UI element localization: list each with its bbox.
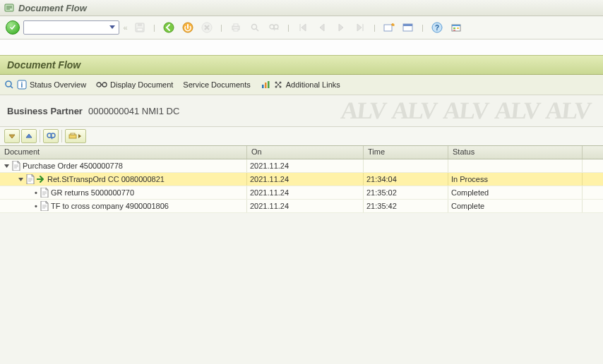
system-menu-icon[interactable] [4,3,14,13]
cell-time: 21:35:02 [364,186,448,199]
app-toolbar: i Status Overview Display Document Servi… [0,75,603,95]
svg-rect-16 [403,24,412,26]
document-icon [40,201,49,211]
prev-page-button[interactable] [314,20,330,35]
business-partner-value: 0000000041 NMI1 DC [88,106,179,116]
business-partner-label: Business Partner [7,106,83,116]
enter-button[interactable] [4,20,21,35]
window-title: Document Flow [18,3,87,13]
help-button[interactable]: ? [429,20,446,35]
cell-status: In Process [448,173,583,186]
table-row[interactable]: •TF to cross company 49000018062021.11.2… [0,200,603,213]
first-page-button[interactable] [294,20,311,35]
toolbar-separator: « [121,23,129,32]
business-partner-band: Business Partner 0000000041 NMI1 DC ALVA… [0,95,603,127]
cancel-button[interactable] [198,20,215,35]
collapse-all-button[interactable] [21,129,37,143]
svg-rect-13 [384,25,392,31]
table-row[interactable]: •GR returns 50000007702021.11.2421:35:02… [0,186,603,200]
svg-rect-31 [268,81,270,88]
svg-rect-20 [452,25,460,26]
tree-expander-icon[interactable] [3,162,10,169]
svg-text:?: ? [435,24,439,32]
document-icon [26,174,35,184]
tree-expander-icon[interactable] [17,176,24,183]
back-button[interactable] [160,20,177,35]
document-icon [12,161,20,171]
toolbar-separator [40,130,40,142]
svg-point-24 [6,81,11,87]
svg-rect-23 [453,30,455,31]
document-text: Ret.StTranspOrd CC 0080000821 [47,175,165,183]
cell-on: 2021.11.24 [247,173,364,186]
toolbar-separator [61,130,62,142]
expand-all-button[interactable] [4,129,20,143]
document-text: TF to cross company 4900001806 [51,202,169,210]
col-header-document[interactable]: Document [0,146,247,159]
bar-chart-icon[interactable] [261,80,270,90]
dropdown-icon[interactable] [107,23,117,32]
table-row[interactable]: Ret.StTranspOrd CC 00800008212021.11.242… [0,173,603,186]
svg-rect-22 [457,28,459,29]
additional-links-group: Additional Links [261,80,340,90]
svg-text:i: i [21,81,23,89]
cell-time [364,159,448,172]
links-icon[interactable] [273,80,283,90]
arrow-right-icon [37,176,45,183]
svg-point-10 [252,25,257,30]
cell-document: Ret.StTranspOrd CC 0080000821 [0,173,247,186]
section-title: Document Flow [7,59,80,71]
toolbar-separator: | [217,23,225,32]
next-page-button[interactable] [333,20,350,35]
customize-layout-button[interactable] [448,20,465,35]
toolbar-separator: | [371,23,378,32]
additional-links-button[interactable]: Additional Links [286,80,340,89]
glasses-icon [96,81,107,88]
grid-header-row: Document On Time Status [0,146,603,159]
generate-shortcut-button[interactable] [400,20,417,35]
col-header-time[interactable]: Time [364,146,448,159]
table-row[interactable]: Purchase Order 45000007782021.11.24 [0,159,603,173]
svg-rect-29 [262,85,264,88]
find-button[interactable] [246,20,263,35]
cell-document: Purchase Order 4500000778 [0,159,247,172]
cell-time: 21:35:42 [364,200,448,212]
new-session-button[interactable] [381,20,398,35]
document-text: GR returns 5000000770 [51,188,134,197]
cell-time: 21:34:04 [364,173,448,186]
command-field[interactable] [23,20,119,35]
global-toolbar: « | | | | | ? [0,16,603,40]
svg-point-28 [102,83,107,87]
display-document-button[interactable]: Display Document [96,80,173,89]
cell-document: •TF to cross company 4900001806 [0,200,247,212]
status-overview-button[interactable]: i Status Overview [4,80,86,90]
exit-button[interactable] [179,20,196,35]
document-flow-grid-wrap: Document On Time Status Purchase Order 4… [0,145,603,364]
col-header-on[interactable]: On [247,146,364,159]
window-titlebar: Document Flow [0,0,603,16]
svg-rect-39 [71,133,75,135]
svg-rect-8 [234,24,238,26]
find-in-tree-button[interactable] [43,129,59,143]
find-next-button[interactable] [265,20,282,35]
toolbar-separator: | [285,23,292,32]
print-tree-button[interactable] [65,129,86,143]
cell-on: 2021.11.24 [247,200,364,212]
save-button[interactable] [131,20,148,35]
document-flow-grid[interactable]: Document On Time Status Purchase Order 4… [0,145,603,364]
svg-rect-2 [138,23,142,26]
last-page-button[interactable] [352,20,369,35]
svg-rect-30 [265,83,267,88]
service-documents-button[interactable]: Service Documents [183,80,250,89]
cell-on: 2021.11.24 [247,186,364,199]
cell-status [448,159,583,172]
print-button[interactable] [227,20,244,35]
col-header-status[interactable]: Status [448,146,583,159]
info-icon: i [17,80,27,90]
cell-status: Complete [448,200,583,212]
watermark: ALVALVALVALVALV [341,95,603,126]
cell-document: •GR returns 5000000770 [0,186,247,199]
svg-rect-38 [69,135,76,138]
svg-point-27 [97,83,101,87]
svg-rect-9 [234,29,238,31]
